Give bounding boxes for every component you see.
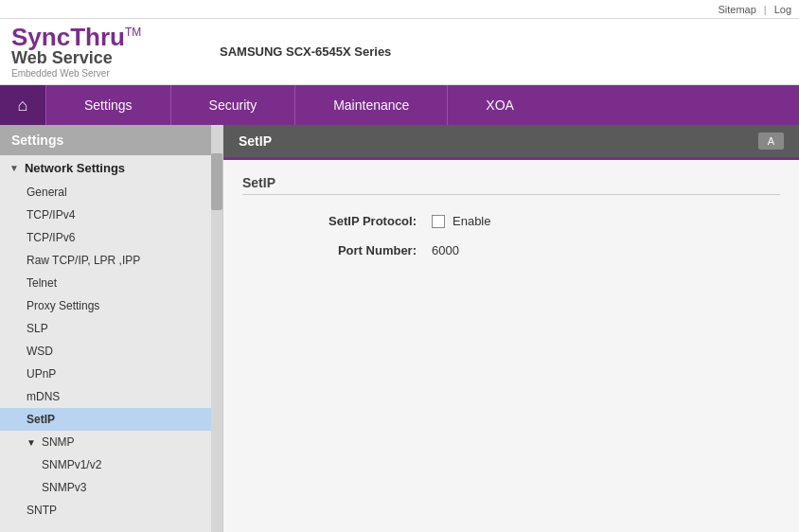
- home-icon: ⌂: [18, 96, 28, 115]
- sitemap-link[interactable]: Sitemap: [718, 4, 755, 15]
- main-layout: Settings ▼ Network Settings General TCP/…: [0, 125, 799, 532]
- nav-maintenance[interactable]: Maintenance: [294, 85, 447, 125]
- sidebar-item-wsd[interactable]: WSD: [0, 340, 222, 363]
- sidebar-item-setip[interactable]: SetIP: [0, 408, 222, 431]
- network-settings-arrow: ▼: [9, 163, 19, 173]
- port-number-display: 6000: [432, 243, 459, 257]
- setip-protocol-checkbox[interactable]: [432, 215, 445, 228]
- header: SyncThruTM Web Service Embedded Web Serv…: [0, 19, 799, 85]
- sidebar-item-general[interactable]: General: [0, 181, 222, 204]
- top-bar-links: Sitemap | Log: [718, 4, 791, 15]
- network-settings-header[interactable]: ▼ Network Settings: [0, 155, 222, 181]
- sidebar-item-proxy[interactable]: Proxy Settings: [0, 294, 222, 317]
- network-settings-label: Network Settings: [25, 161, 125, 175]
- log-link[interactable]: Log: [774, 4, 791, 15]
- setip-protocol-value: Enable: [432, 214, 490, 228]
- network-settings-section: ▼ Network Settings General TCP/IPv4 TCP/…: [0, 155, 222, 522]
- sidebar-scrollbar[interactable]: [211, 125, 222, 532]
- nav-settings[interactable]: Settings: [45, 85, 170, 125]
- sidebar-item-slp[interactable]: SLP: [0, 317, 222, 340]
- logo-tm: TM: [125, 26, 141, 39]
- section-title: SetIP: [242, 175, 780, 195]
- logo-syncthru: SyncThruTM: [11, 25, 220, 49]
- sidebar-item-sntp[interactable]: SNTP: [0, 499, 222, 522]
- printer-model: SAMSUNG SCX-6545X Series: [220, 44, 391, 59]
- snmp-arrow: ▼: [27, 437, 36, 448]
- logo-area: SyncThruTM Web Service Embedded Web Serv…: [11, 25, 220, 79]
- port-number-value: 6000: [432, 243, 459, 257]
- sidebar-item-rawtcp[interactable]: Raw TCP/IP, LPR ,IPP: [0, 249, 222, 272]
- port-number-row: Port Number: 6000: [242, 243, 780, 257]
- nav-bar: ⌂ Settings Security Maintenance XOA: [0, 85, 799, 125]
- snmp-label: SNMP: [42, 435, 75, 449]
- apply-button[interactable]: A: [758, 133, 784, 150]
- page-title: SetIP: [239, 133, 272, 149]
- content-header: SetIP A: [223, 125, 799, 160]
- sidebar-item-upnp[interactable]: UPnP: [0, 363, 222, 385]
- sidebar-item-snmp-header[interactable]: ▼ SNMP: [0, 431, 222, 453]
- sidebar-item-tcpipv4[interactable]: TCP/IPv4: [0, 204, 222, 226]
- top-bar: Sitemap | Log: [0, 0, 799, 19]
- content-body: SetIP SetIP Protocol: Enable Port Number…: [223, 160, 799, 532]
- sidebar-title: Settings: [0, 125, 222, 155]
- content-header-actions: A: [758, 133, 784, 150]
- sidebar-item-snmpv3[interactable]: SNMPv3: [0, 476, 222, 499]
- setip-protocol-enable-label: Enable: [453, 214, 490, 228]
- sidebar-item-tcpipv6[interactable]: TCP/IPv6: [0, 226, 222, 249]
- port-number-label: Port Number:: [242, 243, 432, 257]
- nav-xoa[interactable]: XOA: [447, 85, 552, 125]
- sidebar-scroll-thumb[interactable]: [211, 153, 222, 210]
- logo-embedded: Embedded Web Server: [11, 68, 220, 79]
- setip-protocol-label: SetIP Protocol:: [242, 214, 432, 228]
- sidebar: Settings ▼ Network Settings General TCP/…: [0, 125, 223, 532]
- setip-protocol-row: SetIP Protocol: Enable: [242, 214, 780, 228]
- sidebar-item-mdns[interactable]: mDNS: [0, 385, 222, 408]
- sidebar-item-telnet[interactable]: Telnet: [0, 272, 222, 294]
- sidebar-item-snmpv1v2[interactable]: SNMPv1/v2: [0, 453, 222, 476]
- content-area: SetIP A SetIP SetIP Protocol: Enable Por…: [223, 125, 799, 532]
- nav-security[interactable]: Security: [170, 85, 295, 125]
- logo-webservice: Web Service: [11, 49, 220, 68]
- nav-home-button[interactable]: ⌂: [0, 85, 45, 125]
